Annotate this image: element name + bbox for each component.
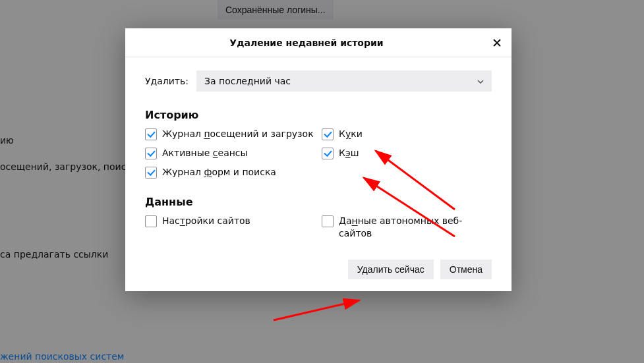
checkbox-label: Журнал форм и поиска xyxy=(162,166,276,179)
checkbox-input[interactable] xyxy=(322,215,334,227)
checkbox-input[interactable] xyxy=(322,128,334,140)
checkbox-input[interactable] xyxy=(145,148,157,159)
data-checkbox-grid: Настройки сайтов Данные автономных веб-с… xyxy=(145,215,492,240)
close-button[interactable] xyxy=(488,34,506,52)
checkbox-input[interactable] xyxy=(145,128,157,140)
checkbox-offline-website-data[interactable]: Данные автономных веб-сайтов xyxy=(322,215,492,240)
time-range-select[interactable]: За последний час xyxy=(196,70,492,92)
clear-now-button[interactable]: Удалить сейчас xyxy=(348,260,434,279)
clear-history-dialog: Удаление недавней истории Удалить: За по… xyxy=(125,28,512,291)
checkbox-label: Активные сеансы xyxy=(162,147,248,159)
checkbox-label: Журнал посещений и загрузок xyxy=(162,128,314,140)
checkbox-browsing-history[interactable]: Журнал посещений и загрузок xyxy=(145,128,315,140)
checkbox-label: Куки xyxy=(339,128,363,140)
checkbox-cookies[interactable]: Куки xyxy=(322,128,492,140)
dialog-header: Удаление недавней истории xyxy=(125,28,512,57)
time-range-row: Удалить: За последний час xyxy=(145,70,492,92)
checkbox-active-sessions[interactable]: Активные сеансы xyxy=(145,147,315,159)
close-icon xyxy=(492,38,502,47)
time-range-label: Удалить: xyxy=(145,76,189,86)
history-checkbox-grid: Журнал посещений и загрузок Куки Активны… xyxy=(145,128,492,179)
checkbox-cache[interactable]: Кэш xyxy=(322,147,492,159)
checkbox-label: Настройки сайтов xyxy=(162,215,250,227)
dialog-footer: Удалить сейчас Отмена xyxy=(145,257,492,279)
checkbox-label: Данные автономных веб-сайтов xyxy=(339,215,492,240)
time-range-value: За последний час xyxy=(204,76,291,86)
dialog-title: Удаление недавней истории xyxy=(125,38,488,48)
checkbox-site-preferences[interactable]: Настройки сайтов xyxy=(145,215,315,240)
section-history-title: Историю xyxy=(145,109,492,121)
checkbox-input[interactable] xyxy=(145,167,157,179)
section-data-title: Данные xyxy=(145,196,492,208)
checkbox-form-search-history[interactable]: Журнал форм и поиска xyxy=(145,166,315,179)
chevron-down-icon xyxy=(477,76,484,86)
checkbox-label: Кэш xyxy=(339,147,359,159)
cancel-button[interactable]: Отмена xyxy=(440,260,492,279)
checkbox-input[interactable] xyxy=(322,148,334,159)
checkbox-input[interactable] xyxy=(145,215,157,227)
